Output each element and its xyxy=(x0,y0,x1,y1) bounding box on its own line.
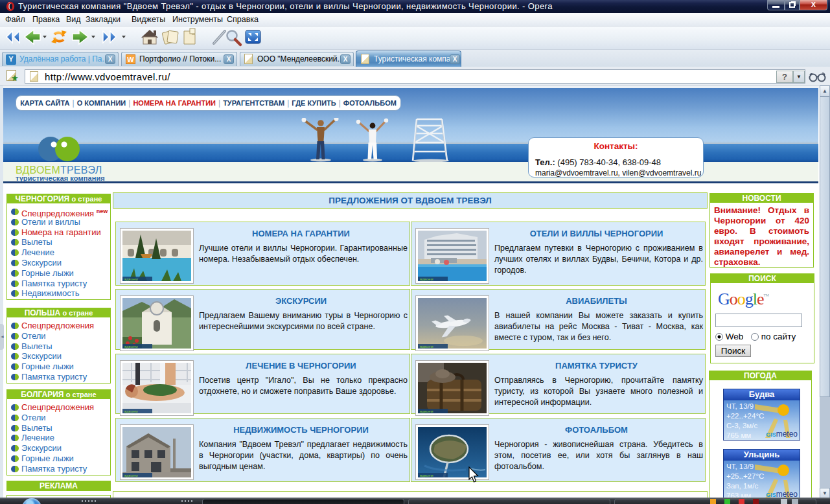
svg-text:вдвоем: вдвоем xyxy=(124,277,138,281)
svg-text:вдвоем: вдвоем xyxy=(124,345,138,349)
svg-text:вдвоем: вдвоем xyxy=(420,277,433,281)
svg-text:вдвоем: вдвоем xyxy=(420,474,433,477)
svg-text:вдвоем: вдвоем xyxy=(420,409,433,413)
svg-text:вдвоем: вдвоем xyxy=(420,345,433,349)
svg-text:вдвоем: вдвоем xyxy=(124,474,138,477)
svg-text:вдвоем: вдвоем xyxy=(124,409,138,413)
